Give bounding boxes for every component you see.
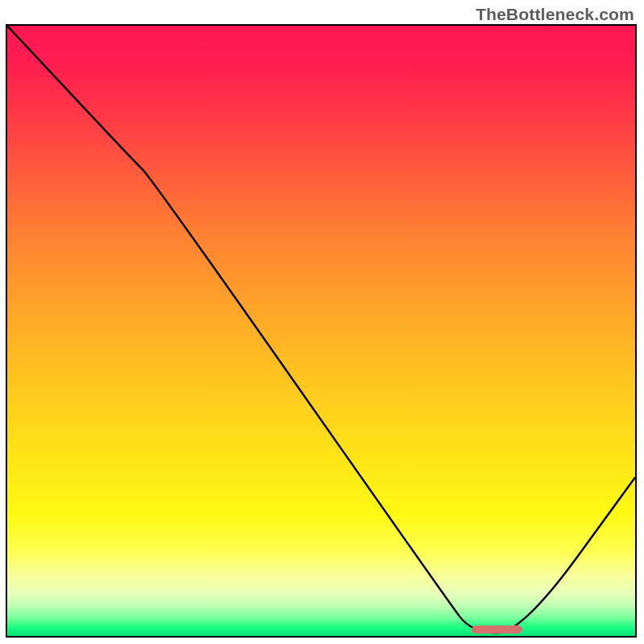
curve-path — [7, 26, 635, 633]
optimal-range-marker — [472, 625, 522, 634]
chart-plot-area — [6, 24, 637, 638]
watermark-text: TheBottleneck.com — [476, 5, 634, 24]
bottleneck-curve — [7, 26, 635, 636]
